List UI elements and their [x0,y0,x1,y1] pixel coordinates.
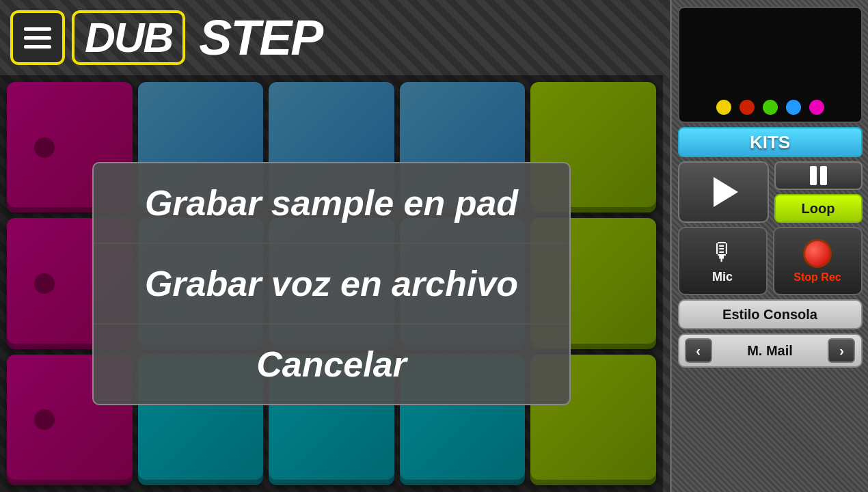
play-button[interactable] [678,161,769,223]
menu-button[interactable] [10,10,65,65]
menu-bar-3 [24,45,51,49]
kits-label: KITS [750,132,790,153]
viz-dot-red [740,100,755,115]
pause-button[interactable] [774,161,863,190]
menu-bar-1 [24,27,51,31]
dub-box: DUB [72,10,185,65]
viz-dot-blue [786,100,801,115]
modal-item-record-voice-label: Grabar voz en archivo [145,263,518,304]
main-container: DUB STEP Grabar sample [0,0,868,492]
stop-rec-button[interactable]: Stop Rec [773,227,863,295]
modal-item-cancel[interactable]: Cancelar [94,325,569,404]
viz-dot-pink [809,100,824,115]
pause-bar-2 [820,166,827,185]
play-icon [714,177,738,207]
chevron-right-icon: › [839,343,844,359]
menu-bar-2 [24,36,51,40]
loop-label: Loop [802,201,835,217]
estilo-label: Estilo Consola [722,307,817,323]
modal-item-record-pad[interactable]: Grabar sample en pad [94,163,569,244]
viz-dot-green [763,100,778,115]
pause-loop-col: Loop [774,161,863,223]
modal-item-record-pad-label: Grabar sample en pad [145,182,518,223]
modal-item-cancel-label: Cancelar [256,344,407,385]
mic-rec-row: 🎙 Mic Stop Rec [678,227,863,295]
visualizer [678,7,863,123]
kits-button[interactable]: KITS [678,127,863,157]
mail-next-button[interactable]: › [828,338,855,363]
rec-circle-icon [803,239,832,268]
transport-row: Loop [678,161,863,223]
mail-prev-button[interactable]: ‹ [685,338,712,363]
mail-row: ‹ M. Mail › [678,333,863,368]
modal-overlay: Grabar sample en pad Grabar voz en archi… [0,75,663,492]
mail-label: M. Mail [747,343,793,359]
mic-button[interactable]: 🎙 Mic [678,227,768,295]
mic-label: Mic [712,270,733,284]
estilo-button[interactable]: Estilo Consola [678,299,863,329]
modal-menu: Grabar sample en pad Grabar voz en archi… [92,162,571,405]
right-panel: KITS Loop 🎙 Mic [670,0,868,492]
viz-dots [716,100,824,115]
loop-button[interactable]: Loop [774,194,863,223]
viz-dot-yellow [716,100,731,115]
dub-title: DUB [85,16,172,59]
header: DUB STEP [0,0,663,75]
modal-item-record-voice[interactable]: Grabar voz en archivo [94,244,569,325]
step-title: STEP [199,10,322,66]
mic-icon: 🎙 [710,238,735,266]
chevron-left-icon: ‹ [696,343,701,359]
stop-rec-label: Stop Rec [794,271,841,284]
pause-bar-1 [810,166,817,185]
